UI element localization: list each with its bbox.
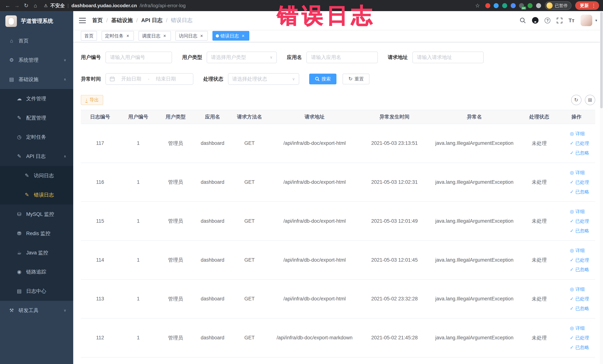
date-range-input[interactable]: - bbox=[105, 73, 193, 85]
breadcrumb-item[interactable]: 首页 bbox=[92, 17, 103, 24]
ignored-link[interactable]: ✓已忽略 bbox=[570, 265, 593, 274]
extension-badge: on bbox=[521, 7, 526, 10]
process-status-select[interactable]: 请选择处理状态 ∨ bbox=[228, 73, 299, 85]
detail-link[interactable]: ◎详细 bbox=[570, 129, 593, 139]
close-icon[interactable]: × bbox=[199, 33, 204, 39]
column-settings-button[interactable]: ⊞ bbox=[585, 95, 595, 105]
processed-link[interactable]: ✓已处理 bbox=[570, 139, 593, 148]
extension-puzzle-icon[interactable] bbox=[536, 3, 541, 8]
action-label: 已忽略 bbox=[575, 344, 589, 351]
ignored-link[interactable]: ✓已忽略 bbox=[570, 343, 593, 352]
fullscreen-icon[interactable] bbox=[557, 18, 562, 23]
breadcrumb-separator: / bbox=[136, 17, 138, 23]
error-log-icon: ✎ bbox=[24, 192, 30, 198]
app-name-input[interactable] bbox=[306, 52, 378, 63]
processed-link[interactable]: ✓已处理 bbox=[570, 294, 593, 304]
sidebar-item-label: 研发工具 bbox=[19, 307, 39, 314]
font-size-icon[interactable]: Tт bbox=[568, 17, 574, 23]
sidebar-item-file-management[interactable]: ☁文件管理 bbox=[0, 89, 73, 108]
cell-actions: ◎详细✓已处理✓已忽略 bbox=[557, 201, 595, 240]
processed-link[interactable]: ✓已处理 bbox=[570, 333, 593, 343]
ignored-link[interactable]: ✓已忽略 bbox=[570, 187, 593, 197]
sidebar-item-redis-monitor[interactable]: ⛃Redis 监控 bbox=[0, 224, 73, 243]
chevron-down-icon: ∨ bbox=[292, 77, 295, 81]
extension-red-circle-icon[interactable] bbox=[485, 3, 490, 8]
hamburger-button[interactable] bbox=[79, 18, 86, 23]
processed-link[interactable]: ✓已处理 bbox=[570, 177, 593, 187]
sidebar-item-trace[interactable]: ◉链路追踪 bbox=[0, 262, 73, 282]
close-icon[interactable]: × bbox=[240, 33, 246, 39]
user-id-input[interactable] bbox=[105, 52, 172, 63]
extension-switch-icon[interactable]: on bbox=[519, 3, 524, 8]
request-url-input[interactable] bbox=[412, 52, 484, 63]
sidebar-item-home[interactable]: ⌂首页 bbox=[0, 31, 73, 50]
scrollbar-thumb[interactable] bbox=[600, 12, 603, 108]
sidebar-item-access-logs[interactable]: ✎访问日志 bbox=[0, 166, 73, 185]
extension-teal-v-icon[interactable] bbox=[502, 3, 507, 8]
breadcrumb-item[interactable]: 基础设施 bbox=[111, 17, 133, 24]
home-button[interactable]: ⌂ bbox=[32, 0, 39, 11]
back-button[interactable]: ← bbox=[4, 0, 12, 11]
eye-icon: ◎ bbox=[570, 170, 574, 175]
search-button[interactable]: 搜索 bbox=[309, 74, 336, 84]
update-button[interactable]: 更新 ⋮ bbox=[575, 1, 599, 10]
export-button[interactable]: ↓ 导出 bbox=[81, 95, 103, 105]
kebab-menu-icon[interactable]: ⋮ bbox=[591, 3, 596, 8]
sidebar-item-infrastructure[interactable]: ▤基础设施∧ bbox=[0, 70, 73, 89]
sidebar-item-api-logs[interactable]: ✎API 日志∧ bbox=[0, 147, 73, 166]
help-icon[interactable]: ? bbox=[545, 18, 550, 23]
sidebar-item-mysql-monitor[interactable]: ⛁MySQL 监控 bbox=[0, 205, 73, 224]
refresh-button[interactable]: ↻ bbox=[571, 95, 581, 105]
close-icon[interactable]: × bbox=[125, 33, 130, 39]
ignored-link[interactable]: ✓已忽略 bbox=[570, 148, 593, 158]
processed-link[interactable]: ✓已处理 bbox=[570, 216, 593, 226]
reset-button[interactable]: ↻ 重置 bbox=[343, 74, 370, 84]
user-avatar[interactable] bbox=[580, 15, 592, 26]
extension-green-leaf-icon[interactable] bbox=[528, 3, 533, 8]
action-label: 详细 bbox=[575, 286, 585, 292]
address-bar[interactable]: ⚠ 不安全 | dashboard.yudao.iocoder.cn/infra… bbox=[44, 2, 469, 9]
extension-blue-grid-icon[interactable] bbox=[511, 3, 516, 8]
detail-link[interactable]: ◎详细 bbox=[570, 246, 593, 255]
sidebar-item-error-logs[interactable]: ✎错误日志 bbox=[0, 185, 73, 205]
page-scrollbar[interactable] bbox=[600, 11, 603, 364]
breadcrumb-item[interactable]: 错误日志 bbox=[171, 17, 192, 24]
sidebar-item-system-management[interactable]: ⚙系统管理∨ bbox=[0, 50, 73, 70]
end-date-input[interactable] bbox=[151, 76, 181, 82]
app-logo[interactable]: 芋道管理系统 bbox=[0, 11, 73, 31]
file-cloud-icon: ☁ bbox=[16, 96, 22, 102]
forward-button[interactable]: → bbox=[13, 0, 21, 11]
processed-link[interactable]: ✓已处理 bbox=[570, 255, 593, 265]
start-date-input[interactable] bbox=[116, 76, 146, 82]
reload-button[interactable]: ↻ bbox=[22, 0, 30, 11]
tab-4[interactable]: 错误日志× bbox=[212, 31, 249, 41]
log-center-icon: ▤ bbox=[16, 288, 22, 294]
tab-3[interactable]: 访问日志× bbox=[175, 31, 208, 41]
detail-link[interactable]: ◎详细 bbox=[570, 168, 593, 177]
breadcrumb-item[interactable]: API 日志 bbox=[141, 17, 162, 24]
user-type-select[interactable]: 请选择用户类型 ∨ bbox=[207, 52, 277, 63]
profile-chip[interactable]: 已暂停 bbox=[545, 1, 571, 10]
avatar-caret-icon[interactable]: ▾ bbox=[595, 18, 597, 23]
sidebar-item-scheduled-tasks[interactable]: ◷定时任务 bbox=[0, 128, 73, 147]
github-icon[interactable] bbox=[532, 17, 538, 23]
close-icon[interactable]: × bbox=[162, 33, 167, 39]
bookmark-star-icon[interactable]: ☆ bbox=[474, 0, 481, 11]
search-icon[interactable] bbox=[520, 17, 526, 23]
detail-link[interactable]: ◎详细 bbox=[570, 207, 593, 216]
sidebar-item-java-monitor[interactable]: ☕Java 监控 bbox=[0, 243, 73, 262]
extension-water-drop-icon[interactable] bbox=[494, 3, 499, 8]
tab-1[interactable]: 定时任务× bbox=[102, 31, 134, 41]
ignored-link[interactable]: ✓已忽略 bbox=[570, 226, 593, 235]
sidebar-item-log-center[interactable]: ▤日志中心 bbox=[0, 282, 73, 301]
action-label: 已忽略 bbox=[575, 189, 589, 195]
tab-0[interactable]: 首页 bbox=[81, 31, 97, 41]
sidebar-item-dev-tools[interactable]: ⚒研发工具∨ bbox=[0, 301, 73, 320]
detail-link[interactable]: ◎详细 bbox=[570, 323, 593, 333]
sidebar-item-label: 配置管理 bbox=[26, 115, 46, 121]
tab-2[interactable]: 调度日志× bbox=[139, 31, 171, 41]
sidebar-item-config-management[interactable]: ✎配置管理 bbox=[0, 108, 73, 128]
column-header: 异常名 bbox=[428, 110, 521, 124]
ignored-link[interactable]: ✓已忽略 bbox=[570, 304, 593, 313]
detail-link[interactable]: ◎详细 bbox=[570, 284, 593, 294]
